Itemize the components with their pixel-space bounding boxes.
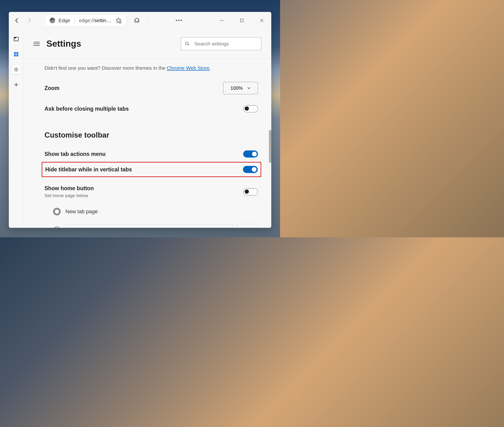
forward-button[interactable] <box>24 15 35 26</box>
minimize-button[interactable] <box>217 15 227 26</box>
edge-logo-icon <box>49 17 56 24</box>
svg-point-10 <box>15 69 17 70</box>
back-button[interactable] <box>12 15 22 26</box>
themes-hint: Didn't find one you want? Discover more … <box>45 65 258 71</box>
ask-close-label: Ask before closing multiple tabs <box>45 106 129 112</box>
search-icon <box>185 41 190 46</box>
show-home-label: Show home button <box>45 185 94 192</box>
gear-icon <box>13 67 19 72</box>
tab-actions-button[interactable] <box>12 35 21 43</box>
hide-titlebar-label: Hide titlebar while in vertical tabs <box>45 166 132 173</box>
svg-rect-9 <box>16 54 18 56</box>
ask-close-toggle[interactable] <box>243 105 258 112</box>
svg-point-11 <box>186 42 188 45</box>
new-tab-button[interactable] <box>12 80 21 89</box>
show-tab-actions-setting: Show tab actions menu <box>45 150 258 158</box>
scrollbar-thumb[interactable] <box>269 130 271 163</box>
favorite-add-icon[interactable] <box>115 17 122 24</box>
divider <box>75 17 75 24</box>
hide-titlebar-toggle[interactable] <box>243 166 258 173</box>
settings-page: Settings Didn't find one you want? Disco… <box>23 29 271 228</box>
window-controls <box>217 15 268 26</box>
tab-title: Edge <box>59 18 70 23</box>
chevron-down-icon <box>247 86 251 90</box>
home-page-new-tab-option[interactable]: New tab page <box>53 208 258 215</box>
home-page-url-option: Enter URL Save <box>53 224 258 228</box>
radio-unselected-icon[interactable] <box>53 227 61 228</box>
url-path: settin… <box>94 18 111 23</box>
maximize-icon <box>240 18 244 23</box>
arrow-right-icon <box>26 17 32 23</box>
home-url-input[interactable]: Enter URL <box>65 224 233 228</box>
settings-body: Didn't find one you want? Discover more … <box>23 59 271 228</box>
hint-text: Didn't find one you want? Discover more … <box>45 65 167 71</box>
settings-header: Settings <box>23 29 271 59</box>
show-home-toggle[interactable] <box>243 188 258 195</box>
zoom-select[interactable]: 100% <box>223 82 258 94</box>
svg-rect-7 <box>16 52 18 54</box>
hide-titlebar-highlight: Hide titlebar while in vertical tabs <box>42 162 261 177</box>
browser-window: Edge edge://settin… <box>9 12 271 228</box>
zoom-label: Zoom <box>45 85 60 92</box>
new-tab-page-label: New tab page <box>65 208 98 215</box>
minimize-icon <box>220 18 224 23</box>
zoom-setting: Zoom 100% <box>45 82 258 94</box>
url-scheme: edge:// <box>79 18 94 23</box>
chrome-web-store-link[interactable]: Chrome Web Store <box>167 65 209 71</box>
tab-icon <box>13 36 19 42</box>
close-icon <box>260 18 264 23</box>
vertical-tab-strip <box>9 29 23 228</box>
arrow-left-icon <box>14 17 20 23</box>
svg-rect-6 <box>14 52 16 54</box>
show-home-button-setting: Show home button Set home page below <box>45 185 258 198</box>
more-menu-button[interactable] <box>176 17 182 24</box>
active-tab[interactable]: Edge edge://settin… <box>45 15 126 26</box>
windows-icon <box>13 51 19 57</box>
close-button[interactable] <box>256 15 267 26</box>
show-home-sublabel: Set home page below <box>45 193 94 198</box>
ask-before-closing-setting: Ask before closing multiple tabs <box>45 105 258 112</box>
zoom-value: 100% <box>230 85 242 91</box>
svg-line-12 <box>188 44 189 46</box>
radio-selected-icon <box>53 208 61 215</box>
settings-menu-button[interactable] <box>34 42 40 46</box>
show-tab-actions-label: Show tab actions menu <box>45 151 106 157</box>
settings-search[interactable] <box>181 37 261 50</box>
show-tab-actions-toggle[interactable] <box>243 150 258 158</box>
page-title: Settings <box>46 39 81 49</box>
customise-toolbar-heading: Customise toolbar <box>45 131 258 139</box>
hint-suffix: . <box>209 65 211 71</box>
divider <box>148 17 148 24</box>
search-input[interactable] <box>194 41 257 47</box>
browser-toolbar: Edge edge://settin… <box>9 12 271 29</box>
svg-rect-8 <box>14 54 16 56</box>
pinned-tab-windows[interactable] <box>12 50 21 59</box>
pinned-tab-settings[interactable] <box>12 65 21 74</box>
extensions-icon[interactable] <box>134 17 140 23</box>
save-button[interactable]: Save <box>238 224 258 228</box>
svg-rect-5 <box>14 37 16 38</box>
svg-rect-3 <box>240 19 243 22</box>
plus-icon <box>13 82 19 88</box>
maximize-button[interactable] <box>237 15 247 26</box>
url-display: edge://settin… <box>79 18 111 23</box>
